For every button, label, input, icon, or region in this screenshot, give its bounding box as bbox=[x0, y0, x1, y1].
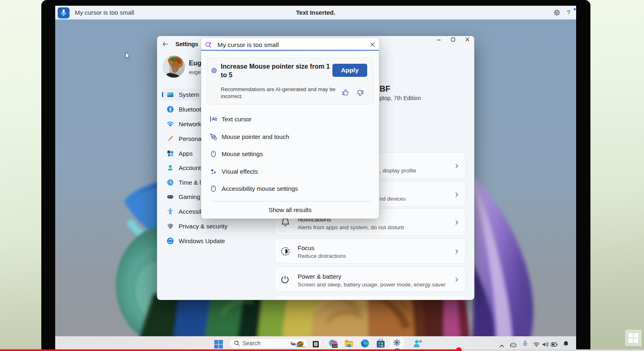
svg-text:M365: M365 bbox=[333, 345, 338, 347]
svg-text:z: z bbox=[567, 341, 568, 343]
svg-text:Ab: Ab bbox=[212, 116, 217, 121]
